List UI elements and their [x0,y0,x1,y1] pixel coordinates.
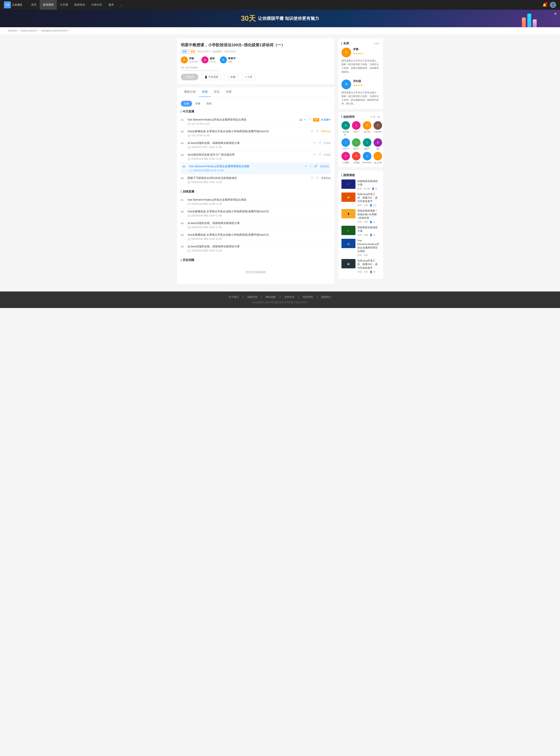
rec-item-0[interactable]: 🎓 高级电商全线系统大课 讲师：张小锋 👤 34 [341,179,380,190]
progress-area: 0% 已学习0课时 [181,66,331,71]
rec-item-5[interactable]: ☕ 玩转Java开发工具，精通JUC，成为开发多面手 讲师：岱田 👤 46 [341,259,380,273]
banner-close-button[interactable]: ✕ [554,12,557,16]
classmate-avatar-3[interactable]: C [374,121,382,130]
doc-icon-6[interactable]: 📄 [316,176,319,180]
future-title-2[interactable]: Vue全家桶实战 从零独立开发企业级小米电商系统(免费升级Vue3.0) [187,210,331,213]
breadcrumb-discover[interactable]: 发现课程 [8,29,17,32]
link-icon-5[interactable]: 🔗 [314,165,318,168]
lesson-num-5: 05 [182,165,187,168]
future-title-4[interactable]: Vue全家桶实战 从零独立开发企业级小米电商系统(免费升级Vue3.0) [187,233,331,237]
footer-franchise[interactable]: 加盟代理 [247,295,257,299]
lesson-status-2: 即将开始 [321,130,331,133]
doc-icon-2[interactable]: 📄 [316,130,319,133]
nav-item-discover[interactable]: 发现课程 [40,0,57,10]
lesson-title-6[interactable]: 跟随千万级项目从0到100全过程高效成长 [187,176,309,180]
nav-item-qa[interactable]: 问答社区 [88,0,105,10]
doc-icon-4[interactable]: 📄 [318,153,322,157]
footer-partner[interactable]: 合作伙伴 [284,295,294,299]
classmate-avatar-7[interactable]: B [374,138,382,147]
teacher-info-1: 凌荷 班主任 [209,57,216,63]
edit-icon-3[interactable]: ✏ [314,141,317,145]
classmate-name-7: Bill [377,147,379,150]
user-avatar[interactable]: 👤 [550,2,556,8]
classmate-2: 张 张小田 [362,121,372,136]
lesson-status-1[interactable]: 直播中 [321,118,331,121]
nav-item-home[interactable]: 首页 [28,0,40,10]
classmate-name-2: 张小田 [364,131,370,133]
classmate-avatar-11[interactable]: q [374,152,382,160]
rec-thumb-4: 💻 [341,239,356,248]
lesson-title-3[interactable]: 从Java后端到全栈，高级电商全栈系统大课 [187,141,312,145]
future-live-list: 01 Vue Element+Node.js开发企业通用管理后台系统 🕐 202… [181,196,331,254]
teacher-card-0: 罗 罗静 ★★★★☆ 国内某重点大学安全工程专业硕士，国家一级注册消防工程师、注… [341,48,380,77]
clock-icon-6: 🕐 [187,181,191,184]
rec-item-3[interactable]: 🛒 高级电商全线系统大课 讲师：冷峰 👤 40 [341,226,380,236]
nav-item-open[interactable]: 公开课 [57,0,71,10]
rec-title-3: 高级电商全线系统大课 [357,226,380,233]
lesson-title-1[interactable]: Vue Element+Node.js开发企业通用管理后台系统 [187,118,297,121]
edit-icon-5[interactable]: ✏ [305,165,308,168]
future-title-5[interactable]: 从Java后端到全栈，高级电商全栈系统大课 [187,245,331,248]
future-title-3[interactable]: 从Java后端到全栈，高级电商全栈系统大课 [187,221,331,225]
teacher-card-1: 宋 宋利坚 ★★★★☆ 国内某重点大学安全工程专业硕士，国家一级注册消防工程师、… [341,80,380,106]
classmate-name-1: 1567** [353,131,359,133]
classmate-avatar-0[interactable]: 化 [341,121,350,130]
footer-about[interactable]: 关于我们 [229,295,239,299]
sub-tab-live[interactable]: 直播 [181,101,192,106]
classmate-avatar-5[interactable]: 1 [352,138,360,147]
classmate-avatar-6[interactable]: 1 [363,138,372,147]
edit-icon-2[interactable]: ✏ [311,130,315,133]
tab-catalog[interactable]: 目录 [199,87,211,97]
doc-icon-3[interactable]: 📄 [318,141,322,145]
breadcrumb-series[interactable]: 新媒体营销系列 [21,29,37,32]
chart-icon-1[interactable]: 📊 [299,118,303,121]
lesson-title-4[interactable]: Java项目面试实操 提升大厂面试成功率 [187,153,312,157]
buy-button[interactable]: 已购买 [181,74,198,80]
doc-icon-5[interactable]: 📄 [309,165,313,168]
nav-item-news[interactable]: 新闻资讯 [71,0,88,10]
notification-bell[interactable]: 🔔 1 [542,3,547,7]
people-icon-3: 👤 [369,234,372,236]
footer-disclaimer[interactable]: 免责声明 [303,295,313,299]
footer-sitemap[interactable]: 网站地图 [266,295,276,299]
teachers-panel-nav[interactable]: 1/10 › [374,42,380,45]
switch-classmates-button[interactable]: ↻ 换一换 [371,115,380,119]
edit-icon-1[interactable]: ✏ [304,118,307,121]
tab-qa[interactable]: 问答 [223,87,235,97]
rec-info-2: 前端全栈加强版！前端全栈+全周期+多维应用 讲师：岱田 👤 56 [357,209,380,223]
future-title-1[interactable]: Vue Element+Node.js开发企业通用管理后台系统 [187,198,331,202]
mobile-view-button[interactable]: 📱 手机观看 [201,74,221,80]
classmate-avatar-8[interactable]: 小 [341,152,350,160]
lesson-status-5[interactable]: 查看回放 [320,165,329,168]
tab-intro[interactable]: 课程介绍 [181,87,199,97]
classmate-avatar-2[interactable]: 张 [363,121,372,130]
lesson-num-1: 01 [181,118,185,121]
tab-review[interactable]: 评论 [211,87,223,97]
footer-recruit[interactable]: 招贤纳士 [321,295,331,299]
nav-logo[interactable]: 云朵 云朵课堂 [4,1,22,8]
lesson-title-2[interactable]: Vue全家桶实战 从零独立开发企业级小米电商系统(免费升级Vue3.0) [187,130,309,133]
classmate-avatar-9[interactable]: 大 [352,152,360,160]
collect-button[interactable]: ☆ 收藏 [224,74,238,80]
rec-meta-2: 讲师：岱田 👤 56 [357,220,380,223]
classmate-avatar-4[interactable]: 1 [341,138,350,147]
lesson-title-5[interactable]: Vue Element+Node.js开发企业通用管理后台系统 [189,165,303,168]
edit-icon-6[interactable]: ✏ [311,176,315,180]
share-button[interactable]: ↗ 分享 [241,74,255,80]
rec-info-1: 玩转Java开发工具，精通JUC，成为开发多面手 讲师：王峰 👤 123 [357,193,380,207]
nav-item-problems[interactable]: 题库 [105,0,117,10]
edit-icon-4[interactable]: ✏ [314,153,317,157]
classmate-avatar-10[interactable]: S [363,152,372,160]
doc-icon-1[interactable]: 📄 [308,118,312,121]
rec-item-2[interactable]: 📱 前端全栈加强版！前端全栈+全周期+多维应用 讲师：岱田 👤 56 [341,209,380,223]
classmate-avatar-1[interactable]: 1 [352,121,360,130]
rec-thumb-2: 📱 [341,209,356,218]
rec-item-4[interactable]: 💻 Vue Element+Node.js开发企业通用管理后台系统 讲师：张田 [341,239,380,257]
lesson-status-6[interactable]: 查看回放 [321,177,331,180]
sub-tab-offline[interactable]: 面授 [203,101,215,106]
rec-panel-header: 推荐课程 [341,174,380,177]
rec-info-5: 玩转Java开发工具，精通JUC，成为开发多面手 讲师：岱田 👤 46 [357,259,380,273]
sub-tab-rec[interactable]: 录播 [192,101,203,106]
rec-item-1[interactable]: ☕ 玩转Java开发工具，精通JUC，成为开发多面手 讲师：王峰 👤 123 [341,193,380,207]
nav-item-more[interactable]: ... [117,0,126,10]
